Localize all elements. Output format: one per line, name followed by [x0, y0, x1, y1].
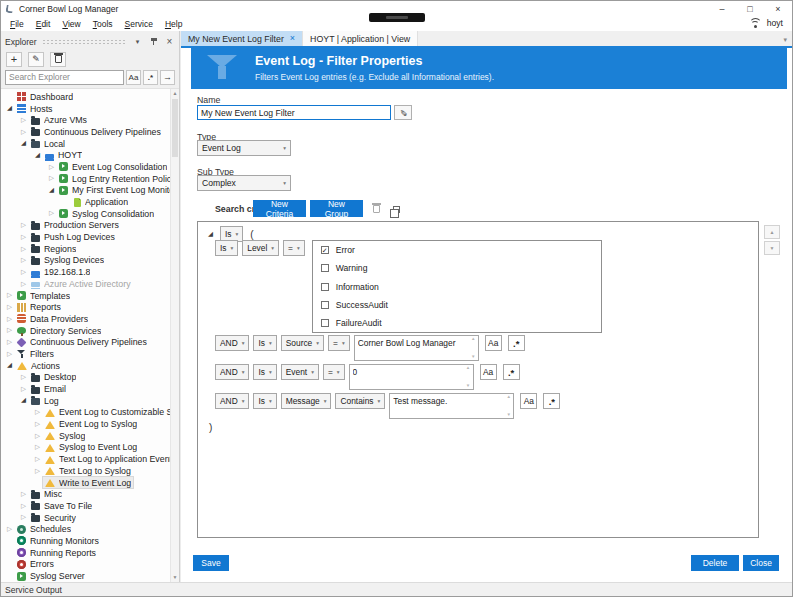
tree-item[interactable]: Text Log to Syslog	[1, 465, 179, 477]
delete-button[interactable]	[50, 52, 66, 67]
tree-item[interactable]: Syslog Devices	[1, 255, 179, 267]
tree-item[interactable]: Schedules	[1, 523, 179, 535]
menu-item-tools[interactable]: Tools	[87, 19, 119, 29]
closed-expander-icon[interactable]	[4, 316, 15, 323]
checkbox-unchecked-icon[interactable]	[321, 264, 329, 272]
edit-button[interactable]	[28, 52, 44, 67]
closed-expander-icon[interactable]	[32, 409, 43, 416]
move-up-button[interactable]: ▲	[764, 225, 780, 239]
open-expander-icon[interactable]	[4, 362, 15, 369]
checkbox-unchecked-icon[interactable]	[321, 319, 329, 327]
tree-item[interactable]: 192.168.1.8	[1, 266, 179, 278]
closed-expander-icon[interactable]	[18, 269, 29, 276]
level-option[interactable]: FailureAudit	[313, 314, 601, 332]
scroll-up-icon[interactable]: ▲	[171, 89, 179, 98]
tree-scrollbar[interactable]: ▲ ▼	[170, 89, 179, 582]
new-group-button[interactable]: New Group	[310, 200, 363, 217]
tree-item[interactable]: My First Event Log Monitor	[1, 185, 179, 197]
comparison-dropdown[interactable]: Contains	[335, 393, 385, 409]
comparison-dropdown[interactable]: =	[328, 335, 350, 351]
tree-item[interactable]: Desktop	[1, 372, 179, 384]
tree-item[interactable]: Text Log to Application Event Log	[1, 453, 179, 465]
tree-item[interactable]: Data Providers	[1, 313, 179, 325]
closed-expander-icon[interactable]	[4, 351, 15, 358]
join-operator-dropdown[interactable]: AND	[215, 364, 249, 380]
operator-dropdown[interactable]: Is	[253, 335, 276, 351]
move-down-button[interactable]: ▼	[764, 241, 780, 255]
tree-item[interactable]: Push Log Devices	[1, 231, 179, 243]
regex-button[interactable]: .*	[508, 335, 525, 351]
tree-item[interactable]: Actions	[1, 360, 179, 372]
tree-item[interactable]: Email	[1, 383, 179, 395]
field-dropdown[interactable]: Level	[242, 240, 279, 256]
scroll-thumb[interactable]	[172, 99, 178, 157]
level-option[interactable]: SuccessAudit	[313, 296, 601, 314]
tree-item[interactable]: Reports	[1, 301, 179, 313]
closed-expander-icon[interactable]	[32, 421, 43, 428]
tree-item[interactable]: Azure VMs	[1, 114, 179, 126]
match-case-button[interactable]: Aa	[126, 70, 141, 85]
open-expander-icon[interactable]	[32, 152, 43, 159]
save-button[interactable]: Save	[193, 555, 229, 571]
closed-expander-icon[interactable]	[46, 210, 57, 217]
regex-button[interactable]: .*	[543, 393, 560, 409]
subtype-select[interactable]: Complex	[197, 175, 291, 191]
level-option[interactable]: ✓Error	[313, 241, 601, 259]
panel-pin-button[interactable]	[148, 36, 159, 47]
tree-item[interactable]: Syslog	[1, 430, 179, 442]
closed-expander-icon[interactable]	[46, 164, 57, 171]
menu-item-edit[interactable]: Edit	[30, 19, 57, 29]
comparison-dropdown[interactable]: =	[323, 364, 345, 380]
tree-item[interactable]: Application	[1, 196, 179, 208]
close-page-button[interactable]: Close	[743, 555, 779, 571]
tab-2[interactable]: HOYT | Application | View	[303, 31, 418, 46]
scroll-down-icon[interactable]: ▼	[171, 573, 179, 582]
tree-item[interactable]: Templates	[1, 290, 179, 302]
copy-criteria-button[interactable]	[389, 202, 403, 216]
tree-item[interactable]: Security	[1, 512, 179, 524]
criteria-value-input[interactable]: Test message.▲▼	[389, 393, 514, 419]
level-option[interactable]: Information	[313, 277, 601, 295]
closed-expander-icon[interactable]	[18, 257, 29, 264]
minimize-button[interactable]: –	[708, 1, 736, 17]
search-input[interactable]	[5, 70, 124, 85]
close-window-button[interactable]: ×	[764, 1, 792, 17]
match-case-button[interactable]: Aa	[485, 335, 502, 351]
closed-expander-icon[interactable]	[18, 234, 29, 241]
field-dropdown[interactable]: Source	[281, 335, 324, 351]
match-case-button[interactable]: Aa	[520, 393, 537, 409]
closed-expander-icon[interactable]	[32, 444, 43, 451]
closed-expander-icon[interactable]	[4, 304, 15, 311]
checkbox-unchecked-icon[interactable]	[321, 283, 329, 291]
menu-item-help[interactable]: Help	[159, 19, 188, 29]
criteria-value-input[interactable]: Corner Bowl Log Manager▲▼	[354, 335, 479, 361]
closed-expander-icon[interactable]	[18, 222, 29, 229]
tree-item[interactable]: Log Entry Retention Policy	[1, 173, 179, 185]
tree-item[interactable]: Dashboard	[1, 91, 179, 103]
tab-overflow-icon[interactable]: ▾	[783, 36, 787, 44]
name-input[interactable]	[197, 105, 391, 120]
tree-item[interactable]: Log	[1, 395, 179, 407]
operator-dropdown[interactable]: Is	[215, 240, 238, 256]
closed-expander-icon[interactable]	[18, 503, 29, 510]
menu-item-service[interactable]: Service	[119, 19, 159, 29]
closed-expander-icon[interactable]	[4, 327, 15, 334]
menu-item-view[interactable]: View	[56, 19, 86, 29]
tree-item[interactable]: Continuous Delivery Pipelines	[1, 336, 179, 348]
closed-expander-icon[interactable]	[4, 292, 15, 299]
closed-expander-icon[interactable]	[32, 456, 43, 463]
delete-criteria-button[interactable]	[369, 202, 383, 216]
user-badge[interactable]: hoyt	[749, 18, 783, 28]
tree-item[interactable]: Filters	[1, 348, 179, 360]
tree-item[interactable]: Write to Event Log	[1, 477, 179, 489]
type-select[interactable]: Event Log	[197, 140, 291, 156]
tree-item[interactable]: Directory Services	[1, 325, 179, 337]
criteria-value-input[interactable]: 0▲▼	[349, 364, 474, 390]
closed-expander-icon[interactable]	[18, 117, 29, 124]
closed-expander-icon[interactable]	[18, 374, 29, 381]
operator-dropdown[interactable]: Is	[253, 364, 276, 380]
join-operator-dropdown[interactable]: AND	[215, 335, 249, 351]
add-button[interactable]	[6, 52, 22, 67]
tree-item[interactable]: Running Monitors	[1, 535, 179, 547]
regex-button[interactable]: .*	[503, 364, 520, 380]
